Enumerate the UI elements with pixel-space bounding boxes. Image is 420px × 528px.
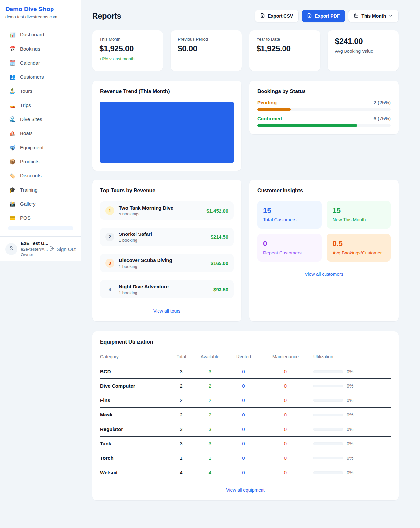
- sign-out-button[interactable]: Sign Out: [49, 246, 76, 252]
- tour-bookings: 1 booking: [119, 290, 169, 295]
- table-row: Wetsuit 4 4 0 0 0%: [100, 465, 391, 479]
- person-icon: [9, 245, 14, 253]
- page-title: Reports: [92, 11, 121, 21]
- table-row: Regulator 3 3 0 0 0%: [100, 422, 391, 437]
- rank-badge: 3: [105, 259, 114, 268]
- cell-category: Torch: [100, 455, 169, 461]
- sidebar-item-trips[interactable]: 🚤Trips: [4, 99, 77, 111]
- trips-boat-icon: 🚤: [9, 102, 16, 108]
- sidebar-item-label: Discounts: [20, 173, 42, 178]
- sidebar-item-label: Calendar: [20, 60, 40, 66]
- progress-track: [257, 108, 391, 111]
- progress-track: [257, 124, 391, 127]
- cell-rented: 0: [226, 397, 261, 403]
- sidebar-item-gallery[interactable]: 📸Gallery: [4, 198, 77, 210]
- logout-icon: [49, 246, 54, 252]
- tile-value: 0: [263, 239, 316, 248]
- cell-total: 2: [169, 412, 194, 417]
- sidebar-item-label: Equipment: [20, 145, 44, 150]
- column-category: Category: [100, 354, 169, 359]
- calendar-icon: [354, 13, 359, 19]
- main-content: Reports Export CSV Export PDF This Month: [81, 0, 420, 500]
- package-icon: 📦: [9, 158, 16, 165]
- list-item: 2 Snorkel Safari 1 booking $214.50: [100, 228, 234, 246]
- sidebar-item-label: Trips: [20, 102, 31, 108]
- utilization-percent: 0%: [347, 456, 353, 461]
- view-all-equipment-link[interactable]: View all equipment: [100, 487, 391, 493]
- sidebar-item-label: Products: [20, 159, 39, 164]
- tile-total-customers: 15 Total Customers: [257, 201, 322, 229]
- table-row: BCD 3 3 0 0 0%: [100, 364, 391, 379]
- status-label: Pending: [257, 100, 277, 105]
- export-csv-button[interactable]: Export CSV: [255, 10, 299, 22]
- sidebar-item-training[interactable]: 🎓Training: [4, 184, 77, 195]
- shop-domain: demo.test.divestreams.com: [5, 14, 76, 19]
- cell-available: 3: [194, 426, 226, 432]
- sidebar-item-dashboard[interactable]: 📊Dashboard: [4, 29, 77, 40]
- status-label: Confirmed: [257, 116, 282, 121]
- stat-value: $241.00: [335, 37, 391, 46]
- cell-available: 4: [194, 470, 226, 475]
- cell-rented: 0: [226, 470, 261, 475]
- stat-delta: +0% vs last month: [99, 56, 156, 61]
- sidebar: Demo Dive Shop demo.test.divestreams.com…: [0, 0, 81, 261]
- tour-name: Night Dive Adventure: [119, 284, 169, 289]
- cell-rented: 0: [226, 455, 261, 461]
- utilization-bar: [313, 471, 343, 474]
- cell-utilization: 0%: [310, 456, 391, 461]
- view-all-customers-link[interactable]: View all customers: [257, 272, 391, 277]
- view-all-tours-link[interactable]: View all tours: [100, 308, 234, 314]
- sidebar-item-tours[interactable]: 🏝️Tours: [4, 85, 77, 97]
- cell-maintenance: 0: [261, 397, 310, 403]
- export-pdf-button[interactable]: Export PDF: [302, 10, 345, 22]
- list-item: 1 Two Tank Morning Dive 5 bookings $1,45…: [100, 201, 234, 220]
- cell-category: Mask: [100, 412, 169, 417]
- cell-maintenance: 0: [261, 412, 310, 417]
- cell-category: Regulator: [100, 426, 169, 432]
- sidebar-item-label: Gallery: [20, 201, 36, 207]
- tile-label: New This Month: [333, 217, 385, 222]
- stat-card-this-month: This Month $1,925.00 +0% vs last month: [92, 30, 163, 71]
- period-dropdown[interactable]: This Month: [348, 10, 399, 22]
- cell-maintenance: 0: [261, 383, 310, 389]
- sidebar-item-label: Dashboard: [20, 32, 44, 37]
- sidebar-item-dive-sites[interactable]: 🌊Dive Sites: [4, 113, 77, 125]
- sidebar-item-products[interactable]: 📦Products: [4, 155, 77, 167]
- sidebar-item-calendar[interactable]: 🗓️Calendar: [4, 57, 77, 69]
- cell-utilization: 0%: [310, 470, 391, 475]
- cell-utilization: 0%: [310, 412, 391, 417]
- tour-revenue: $165.00: [211, 260, 228, 266]
- cell-maintenance: 0: [261, 426, 310, 432]
- utilization-percent: 0%: [347, 427, 353, 432]
- tag-icon: 🏷️: [9, 173, 16, 179]
- rank-badge: 2: [105, 233, 114, 241]
- sidebar-item-bookings[interactable]: 📅Bookings: [4, 43, 77, 54]
- sidebar-item-customers[interactable]: 👥Customers: [4, 71, 77, 83]
- progress-fill-pending: [257, 108, 291, 111]
- sailboat-icon: ⛵: [9, 130, 16, 136]
- cell-category: Fins: [100, 397, 169, 403]
- tour-name: Two Tank Morning Dive: [119, 205, 173, 211]
- sidebar-item-reports-active-partial[interactable]: [8, 226, 73, 230]
- cell-total: 3: [169, 369, 194, 374]
- cell-utilization: 0%: [310, 369, 391, 374]
- user-email: e2e-tester@...: [21, 247, 46, 252]
- status-row-pending: Pending 2 (25%): [257, 100, 391, 111]
- sidebar-item-pos[interactable]: 💳POS: [4, 212, 77, 224]
- revenue-trend-card: Revenue Trend (This Month): [92, 81, 242, 171]
- stat-label: Previous Period: [178, 37, 234, 42]
- user-name: E2E Test U...: [21, 241, 46, 246]
- stat-label: Year to Date: [257, 37, 313, 42]
- sidebar-item-boats[interactable]: ⛵Boats: [4, 127, 77, 139]
- tour-bookings: 5 bookings: [119, 212, 173, 216]
- progress-fill-confirmed: [257, 124, 357, 127]
- list-item: 3 Discover Scuba Diving 1 booking $165.0…: [100, 254, 234, 272]
- tour-name: Discover Scuba Diving: [119, 257, 172, 263]
- cell-total: 3: [169, 426, 194, 432]
- customer-insights-title: Customer Insights: [257, 188, 391, 193]
- sidebar-item-discounts[interactable]: 🏷️Discounts: [4, 170, 77, 181]
- cell-available: 2: [194, 383, 226, 389]
- page-header: Reports Export CSV Export PDF This Month: [92, 10, 399, 22]
- tile-value: 0.5: [333, 239, 385, 248]
- sidebar-item-equipment[interactable]: 🤿Equipment: [4, 141, 77, 153]
